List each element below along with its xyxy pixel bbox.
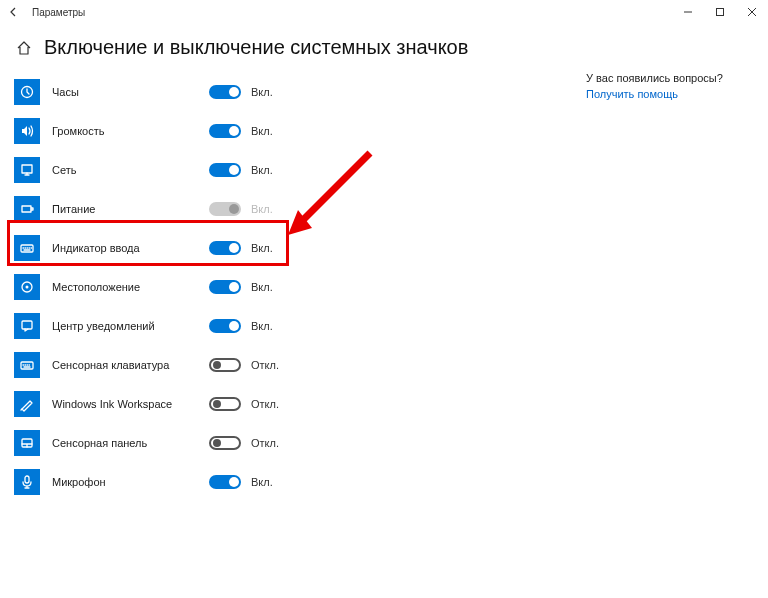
toggle-network[interactable]	[209, 163, 241, 177]
toggle-state-label: Вкл.	[251, 86, 273, 98]
toggle-power	[209, 202, 241, 216]
setting-row-network: СетьВкл.	[14, 150, 314, 189]
mic-icon	[14, 469, 40, 495]
setting-label: Сенсорная клавиатура	[52, 359, 169, 371]
setting-label: Местоположение	[52, 281, 140, 293]
home-button[interactable]	[14, 38, 34, 58]
toggle-clock[interactable]	[209, 85, 241, 99]
window-title: Параметры	[32, 7, 85, 18]
arrow-left-icon	[8, 6, 20, 18]
toggle-touchpad[interactable]	[209, 436, 241, 450]
minimize-icon	[683, 7, 693, 17]
setting-label: Центр уведомлений	[52, 320, 155, 332]
setting-row-power: ПитаниеВкл.	[14, 189, 314, 228]
home-icon	[16, 40, 32, 56]
close-icon	[747, 7, 757, 17]
help-pane: У вас появились вопросы? Получить помощь	[586, 72, 736, 100]
toggle-touch-keyboard[interactable]	[209, 358, 241, 372]
minimize-button[interactable]	[672, 0, 704, 24]
svg-point-7	[26, 285, 29, 288]
setting-label: Индикатор ввода	[52, 242, 140, 254]
network-icon	[14, 157, 40, 183]
toggle-microphone[interactable]	[209, 475, 241, 489]
svg-rect-8	[22, 321, 32, 329]
setting-row-touchpad: Сенсорная панельОткл.	[14, 423, 314, 462]
toggle-input[interactable]	[209, 241, 241, 255]
close-button[interactable]	[736, 0, 768, 24]
setting-label: Питание	[52, 203, 95, 215]
setting-row-touch-keyboard: Сенсорная клавиатураОткл.	[14, 345, 314, 384]
location-icon	[14, 274, 40, 300]
toggle-ink[interactable]	[209, 397, 241, 411]
get-help-link[interactable]: Получить помощь	[586, 88, 736, 100]
keyboard-icon	[14, 235, 40, 261]
page-title: Включение и выключение системных значков	[44, 36, 468, 59]
svg-rect-3	[22, 165, 32, 173]
toggle-state-label: Вкл.	[251, 320, 273, 332]
toggle-volume[interactable]	[209, 124, 241, 138]
toggle-state-label: Вкл.	[251, 203, 273, 215]
svg-rect-11	[25, 476, 29, 483]
toggle-state-label: Вкл.	[251, 476, 273, 488]
toggle-state-label: Откл.	[251, 398, 279, 410]
toggle-location[interactable]	[209, 280, 241, 294]
toggle-state-label: Откл.	[251, 359, 279, 371]
setting-label: Микрофон	[52, 476, 106, 488]
setting-row-ink: Windows Ink WorkspaceОткл.	[14, 384, 314, 423]
setting-row-volume: ГромкостьВкл.	[14, 111, 314, 150]
setting-row-input: Индикатор вводаВкл.	[14, 228, 314, 267]
setting-row-clock: ЧасыВкл.	[14, 72, 314, 111]
volume-icon	[14, 118, 40, 144]
setting-label: Часы	[52, 86, 79, 98]
toggle-state-label: Откл.	[251, 437, 279, 449]
maximize-icon	[715, 7, 725, 17]
svg-rect-4	[22, 206, 31, 212]
power-icon	[14, 196, 40, 222]
setting-label: Громкость	[52, 125, 104, 137]
ink-icon	[14, 391, 40, 417]
setting-label: Сеть	[52, 164, 76, 176]
svg-rect-1	[717, 9, 724, 16]
help-question: У вас появились вопросы?	[586, 72, 736, 84]
setting-row-location: МестоположениеВкл.	[14, 267, 314, 306]
touch-keyboard-icon	[14, 352, 40, 378]
action-center-icon	[14, 313, 40, 339]
setting-row-action-center: Центр уведомленийВкл.	[14, 306, 314, 345]
toggle-state-label: Вкл.	[251, 281, 273, 293]
toggle-state-label: Вкл.	[251, 125, 273, 137]
clock-icon	[14, 79, 40, 105]
setting-row-microphone: МикрофонВкл.	[14, 462, 314, 501]
back-button[interactable]	[0, 0, 28, 24]
toggle-state-label: Вкл.	[251, 242, 273, 254]
toggle-action-center[interactable]	[209, 319, 241, 333]
touchpad-icon	[14, 430, 40, 456]
setting-label: Сенсорная панель	[52, 437, 147, 449]
maximize-button[interactable]	[704, 0, 736, 24]
setting-label: Windows Ink Workspace	[52, 398, 172, 410]
toggle-state-label: Вкл.	[251, 164, 273, 176]
